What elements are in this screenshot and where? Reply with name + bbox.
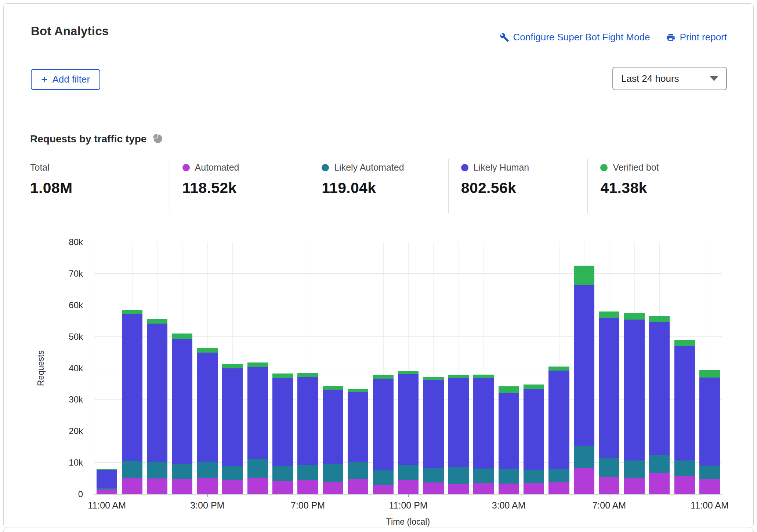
bar-segment-likely-human[interactable] xyxy=(297,377,318,465)
bar-segment-likely-human[interactable] xyxy=(599,318,619,458)
bar-segment-likely-automated[interactable] xyxy=(272,466,293,481)
stacked-bar[interactable] xyxy=(574,242,594,494)
bar-segment-likely-human[interactable] xyxy=(222,368,243,466)
bar-segment-automated[interactable] xyxy=(524,483,544,494)
bar-segment-likely-automated[interactable] xyxy=(599,458,619,477)
bar-segment-likely-automated[interactable] xyxy=(147,462,167,478)
stacked-bar[interactable] xyxy=(247,242,268,494)
bar-segment-likely-human[interactable] xyxy=(272,378,293,466)
bar-segment-likely-human[interactable] xyxy=(348,392,368,462)
bar-segment-likely-automated[interactable] xyxy=(172,464,192,479)
bar-segment-likely-automated[interactable] xyxy=(122,461,142,478)
stacked-bar[interactable] xyxy=(323,242,343,494)
bar-segment-likely-human[interactable] xyxy=(423,380,443,468)
bar-segment-verified-bot[interactable] xyxy=(323,386,343,389)
bar-segment-likely-human[interactable] xyxy=(448,378,469,467)
bar-segment-automated[interactable] xyxy=(348,479,368,494)
bar-segment-likely-human[interactable] xyxy=(548,371,569,469)
bar-segment-automated[interactable] xyxy=(247,478,268,494)
bar-segment-verified-bot[interactable] xyxy=(297,373,318,377)
bar-segment-likely-automated[interactable] xyxy=(674,460,695,476)
bar-segment-verified-bot[interactable] xyxy=(649,316,670,322)
stacked-bar[interactable] xyxy=(222,242,243,494)
bar-segment-verified-bot[interactable] xyxy=(448,375,469,378)
stacked-bar[interactable] xyxy=(147,242,167,494)
bar-segment-likely-automated[interactable] xyxy=(297,465,318,480)
bar-segment-verified-bot[interactable] xyxy=(197,348,218,353)
stacked-bar[interactable] xyxy=(674,242,695,494)
bar-segment-automated[interactable] xyxy=(147,478,167,494)
bar-segment-likely-automated[interactable] xyxy=(423,468,443,482)
bar-segment-verified-bot[interactable] xyxy=(122,310,142,314)
stacked-bar[interactable] xyxy=(97,242,117,494)
stacked-bar[interactable] xyxy=(548,242,569,494)
bar-segment-likely-human[interactable] xyxy=(524,389,544,470)
bar-segment-likely-automated[interactable] xyxy=(247,459,268,478)
bar-segment-verified-bot[interactable] xyxy=(524,385,544,389)
bar-segment-likely-human[interactable] xyxy=(147,324,167,462)
bar-segment-likely-human[interactable] xyxy=(172,339,192,464)
bar-segment-automated[interactable] xyxy=(323,482,343,494)
stacked-bar[interactable] xyxy=(423,242,443,494)
bar-segment-likely-human[interactable] xyxy=(247,367,268,459)
bar-segment-likely-human[interactable] xyxy=(122,314,142,461)
bar-segment-automated[interactable] xyxy=(574,468,594,494)
bar-segment-verified-bot[interactable] xyxy=(272,374,293,378)
bar-segment-automated[interactable] xyxy=(674,476,695,494)
bar-segment-verified-bot[interactable] xyxy=(599,311,619,318)
stacked-bar[interactable] xyxy=(499,242,519,494)
bar-segment-verified-bot[interactable] xyxy=(222,364,243,368)
bar-segment-verified-bot[interactable] xyxy=(348,389,368,392)
print-report-link[interactable]: Print report xyxy=(666,32,727,43)
bar-segment-likely-human[interactable] xyxy=(373,379,394,470)
stacked-bar[interactable] xyxy=(197,242,218,494)
bar-segment-verified-bot[interactable] xyxy=(548,367,569,370)
stacked-bar[interactable] xyxy=(172,242,192,494)
bar-segment-automated[interactable] xyxy=(197,478,218,494)
bar-segment-likely-human[interactable] xyxy=(398,374,419,465)
bar-segment-likely-human[interactable] xyxy=(473,378,494,469)
bar-segment-verified-bot[interactable] xyxy=(574,266,594,285)
bar-segment-likely-automated[interactable] xyxy=(574,446,594,468)
bar-segment-likely-human[interactable] xyxy=(699,378,720,466)
bar-segment-likely-automated[interactable] xyxy=(624,460,645,478)
bar-segment-automated[interactable] xyxy=(548,482,569,494)
bar-segment-likely-human[interactable] xyxy=(97,470,117,488)
bar-segment-automated[interactable] xyxy=(649,473,670,494)
bar-segment-verified-bot[interactable] xyxy=(247,362,268,367)
stacked-bar[interactable] xyxy=(272,242,293,494)
bar-segment-likely-human[interactable] xyxy=(624,320,645,460)
bar-segment-verified-bot[interactable] xyxy=(373,375,394,378)
stacked-bar[interactable] xyxy=(448,242,469,494)
stacked-bar[interactable] xyxy=(122,242,142,494)
bar-segment-likely-human[interactable] xyxy=(323,390,343,464)
bar-segment-automated[interactable] xyxy=(172,479,192,494)
bar-segment-likely-human[interactable] xyxy=(674,346,695,460)
bar-segment-verified-bot[interactable] xyxy=(423,377,443,380)
bar-segment-likely-human[interactable] xyxy=(574,285,594,446)
bar-segment-automated[interactable] xyxy=(499,484,519,494)
bar-segment-automated[interactable] xyxy=(398,480,419,494)
bar-segment-automated[interactable] xyxy=(473,483,494,494)
bar-segment-automated[interactable] xyxy=(699,479,720,494)
configure-super-bot-fight-mode-link[interactable]: Configure Super Bot Fight Mode xyxy=(500,32,650,43)
bar-segment-automated[interactable] xyxy=(599,477,619,494)
stacked-bar[interactable] xyxy=(649,242,670,494)
bar-segment-automated[interactable] xyxy=(122,478,142,495)
bar-segment-likely-automated[interactable] xyxy=(548,469,569,482)
bar-segment-likely-automated[interactable] xyxy=(348,462,368,479)
bar-segment-likely-automated[interactable] xyxy=(473,469,494,483)
bar-segment-likely-human[interactable] xyxy=(649,322,670,455)
stacked-bar[interactable] xyxy=(524,242,544,494)
bar-segment-verified-bot[interactable] xyxy=(398,371,419,374)
bar-segment-automated[interactable] xyxy=(423,482,443,494)
bar-segment-likely-automated[interactable] xyxy=(398,465,419,480)
bar-segment-likely-automated[interactable] xyxy=(499,469,519,484)
bar-segment-likely-automated[interactable] xyxy=(699,466,720,479)
bar-segment-automated[interactable] xyxy=(272,481,293,494)
bar-segment-likely-automated[interactable] xyxy=(222,466,243,480)
bar-segment-likely-automated[interactable] xyxy=(649,455,670,474)
bar-segment-automated[interactable] xyxy=(297,480,318,494)
bar-segment-likely-automated[interactable] xyxy=(197,462,218,478)
bar-segment-automated[interactable] xyxy=(222,480,243,494)
